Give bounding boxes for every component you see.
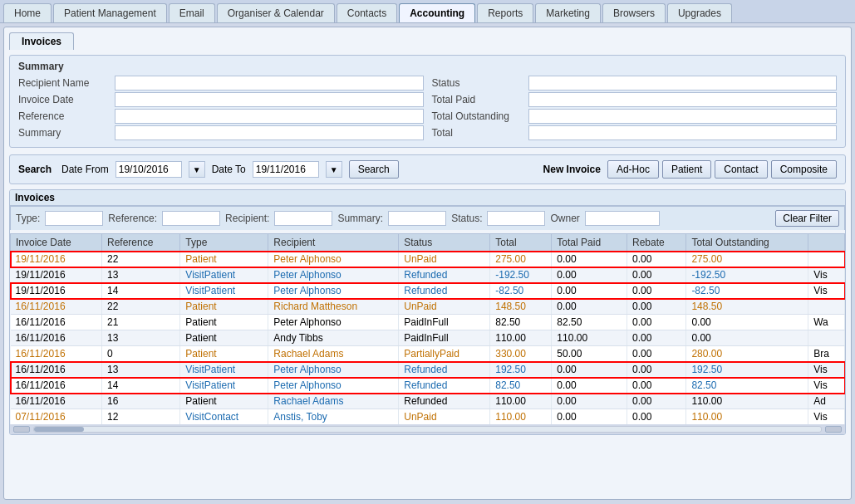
recipient-name-row: Recipient Name (18, 76, 424, 91)
total-paid-row: Total Paid (432, 92, 838, 107)
table-cell: Patient (180, 252, 268, 267)
date-from-input[interactable] (115, 161, 182, 178)
table-cell: 0.00 (552, 283, 627, 299)
new-invoice-label: New Invoice (543, 164, 601, 175)
table-cell: 13 (101, 362, 179, 378)
table-cell: 192.50 (686, 362, 808, 378)
table-row[interactable]: 16/11/201613PatientAndy TibbsPaidInFull1… (11, 330, 845, 346)
status-input[interactable] (528, 76, 838, 91)
clear-filter-button[interactable]: Clear Filter (775, 210, 839, 227)
table-cell: 16/11/2016 (11, 378, 102, 394)
col-type: Type (180, 234, 268, 252)
search-button[interactable]: Search (349, 160, 399, 179)
tab-contacts[interactable]: Contacts (337, 3, 397, 22)
table-cell: 0.00 (627, 283, 686, 299)
table-row[interactable]: 19/11/201622PatientPeter AlphonsoUnPaid2… (11, 252, 845, 267)
date-to-label: Date To (212, 164, 246, 175)
status-filter-input[interactable] (487, 211, 545, 226)
col-extra (808, 234, 845, 252)
table-cell: 82.50 (686, 378, 808, 394)
tab-upgrades[interactable]: Upgrades (667, 3, 732, 22)
tab-reports[interactable]: Reports (477, 3, 533, 22)
table-cell: 12 (101, 409, 179, 425)
date-to-dropdown[interactable]: ▼ (326, 161, 342, 178)
adhoc-button[interactable]: Ad-Hoc (607, 160, 659, 179)
table-cell: VisitContact (180, 409, 268, 425)
composite-button[interactable]: Composite (771, 160, 837, 179)
table-row[interactable]: 19/11/201614VisitPatientPeter AlphonsoRe… (11, 283, 845, 299)
table-cell: Refunded (399, 267, 490, 283)
summary-filter-label: Summary: (337, 213, 383, 224)
invoices-title: Invoices (10, 190, 845, 206)
col-total-paid: Total Paid (552, 234, 627, 252)
reference-input[interactable] (115, 109, 424, 124)
invoice-date-input[interactable] (115, 92, 424, 107)
table-cell: Peter Alphonso (268, 315, 399, 330)
table-cell: Refunded (399, 283, 490, 299)
table-cell: 110.00 (490, 330, 552, 346)
table-cell: Refunded (399, 378, 490, 394)
total-label: Total (432, 127, 523, 139)
table-cell: 0.00 (552, 252, 627, 267)
patient-button[interactable]: Patient (662, 160, 711, 179)
table-row[interactable]: 16/11/201616PatientRachael AdamsRefunded… (11, 394, 845, 409)
table-row[interactable]: 19/11/201613VisitPatientPeter AlphonsoRe… (11, 267, 845, 283)
table-cell: 16/11/2016 (11, 315, 102, 330)
tab-browsers[interactable]: Browsers (602, 3, 666, 22)
table-cell: Vis (808, 283, 845, 299)
table-cell: 148.50 (686, 299, 808, 315)
reference-filter-label: Reference: (108, 213, 157, 224)
invoices-table-container[interactable]: Invoice Date Reference Type Recipient St… (10, 233, 845, 424)
tab-invoices[interactable]: Invoices (9, 32, 74, 50)
table-cell: Patient (180, 299, 268, 315)
table-cell: 50.00 (552, 346, 627, 362)
table-cell: 21 (101, 315, 179, 330)
col-rebate: Rebate (627, 234, 686, 252)
summary-section: Summary Recipient Name Invoice Date Refe… (9, 55, 846, 148)
table-cell: Andy Tibbs (268, 330, 399, 346)
recipient-name-label: Recipient Name (18, 77, 110, 89)
table-cell: 0.00 (552, 362, 627, 378)
recipient-filter-input[interactable] (274, 211, 332, 226)
table-row[interactable]: 16/11/201621PatientPeter AlphonsoPaidInF… (11, 315, 845, 330)
table-cell: Richard Mattheson (268, 299, 399, 315)
type-filter-input[interactable] (45, 211, 103, 226)
recipient-filter-label: Recipient: (225, 213, 269, 224)
tab-organiser-calendar[interactable]: Organiser & Calendar (217, 3, 335, 22)
date-from-dropdown[interactable]: ▼ (189, 161, 205, 178)
table-cell: -192.50 (686, 267, 808, 283)
reference-filter-input[interactable] (162, 211, 220, 226)
tab-home[interactable]: Home (3, 3, 52, 22)
table-cell: PartiallyPaid (399, 346, 490, 362)
tab-accounting[interactable]: Accounting (399, 3, 475, 22)
tab-patient-management[interactable]: Patient Management (53, 3, 167, 22)
recipient-name-input[interactable] (115, 76, 424, 91)
table-row[interactable]: 16/11/201622PatientRichard MatthesonUnPa… (11, 299, 845, 315)
search-title: Search (18, 164, 52, 175)
table-cell: VisitPatient (180, 378, 268, 394)
table-cell: Rachael Adams (268, 346, 399, 362)
contact-button[interactable]: Contact (715, 160, 767, 179)
total-paid-input[interactable] (528, 92, 838, 107)
table-cell: 0.00 (552, 267, 627, 283)
total-outstanding-input[interactable] (528, 109, 838, 124)
owner-filter-input[interactable] (585, 211, 660, 226)
table-row[interactable]: 16/11/20160PatientRachael AdamsPartially… (11, 346, 845, 362)
table-row[interactable]: 16/11/201613VisitPatientPeter AlphonsoRe… (11, 362, 845, 378)
tab-marketing[interactable]: Marketing (535, 3, 601, 22)
date-to-input[interactable] (253, 161, 319, 178)
table-row[interactable]: 07/11/201612VisitContactAnstis, TobyUnPa… (11, 409, 845, 425)
tab-email[interactable]: Email (169, 3, 215, 22)
scroll-track[interactable] (33, 426, 822, 433)
table-cell: Ad (808, 394, 845, 409)
table-cell: VisitPatient (180, 267, 268, 283)
table-row[interactable]: 16/11/201614VisitPatientPeter AlphonsoRe… (11, 378, 845, 394)
top-tab-bar: Home Patient Management Email Organiser … (0, 0, 855, 23)
horizontal-scrollbar[interactable] (10, 424, 845, 434)
summary-filter-input[interactable] (388, 211, 446, 226)
table-cell: 330.00 (490, 346, 552, 362)
summary-input[interactable] (115, 125, 424, 140)
table-cell: 110.00 (490, 394, 552, 409)
total-input[interactable] (528, 125, 838, 140)
table-cell: 0.00 (627, 299, 686, 315)
